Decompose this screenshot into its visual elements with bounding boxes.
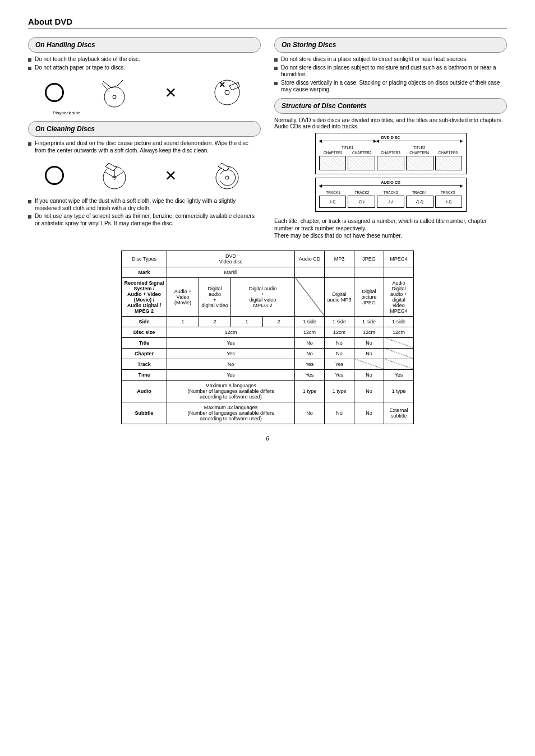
table-cell: 1 type (325, 380, 354, 402)
box-heading-handling: On Handling Discs (28, 37, 261, 53)
table-cell: Yes (384, 369, 414, 380)
track-label: TRACK5 (433, 191, 462, 194)
table-cell: Digital audio MP3 (325, 277, 354, 316)
table-cell: 12cm (325, 327, 354, 337)
table-cell: No (325, 348, 354, 359)
wipe-radial-icon (98, 159, 131, 192)
table-cell (384, 267, 414, 277)
svg-point-3 (225, 90, 229, 95)
track-label: TRACK1 (319, 191, 348, 194)
table-cell: No (325, 337, 354, 348)
table-cell: Digital audio + digital video MPEG 2 (231, 277, 295, 316)
title-label: TITLE1 (319, 146, 376, 150)
bullet-text: Store discs vertically in a case. Stacki… (281, 80, 507, 94)
bullet-square (28, 215, 31, 219)
table-cell: Yes (325, 369, 354, 380)
disc-types-table: Disc Types DVD Video disc Audio CD MP3 J… (121, 251, 414, 424)
wipe-circular-icon (210, 159, 244, 192)
table-header: JPEG (354, 251, 384, 267)
svg-point-8 (225, 176, 229, 179)
table-cell: 1 side (384, 316, 414, 327)
table-cell-slash (384, 348, 414, 359)
bullet-square (274, 58, 278, 62)
bullet-text: Fingerprints and dust on the disc cause … (35, 140, 261, 154)
bullet-square (274, 67, 278, 70)
bullet-text: Do not store discs in places subject to … (281, 64, 507, 78)
table-cell: 1 type (384, 380, 414, 402)
bullet-text: Do not store discs in a place subject to… (281, 56, 468, 63)
chapter-label: CHAPTER3 (376, 151, 405, 155)
table-cell: 1 (167, 316, 199, 327)
row-header: Recorded Signal System / Audio + Video (… (122, 277, 167, 316)
page-number: 6 (28, 435, 507, 442)
table-cell: MarkⅡ (167, 267, 295, 277)
table-cell: Maximum 8 languages (Number of languages… (167, 380, 295, 402)
table-cell: External subtitle (384, 402, 414, 424)
box-heading-structure: Structure of Disc Contents (274, 98, 507, 114)
table-cell: No (354, 380, 384, 402)
ok-mark-icon (45, 83, 64, 102)
track-label: TRACK3 (376, 191, 405, 194)
table-cell: Digital audio + digital video (199, 277, 231, 316)
table-header: DVD Video disc (167, 251, 295, 267)
bullet-square (274, 82, 278, 85)
table-header: MP3 (325, 251, 354, 267)
table-cell: No (354, 369, 384, 380)
row-header: Chapter (122, 348, 167, 359)
diagram-label: AUDIO CD (319, 180, 463, 184)
structure-caption: Each title, chapter, or track is assigne… (274, 217, 507, 239)
track-label: TRACK2 (348, 191, 376, 194)
row-header: Subtitle (122, 402, 167, 424)
table-cell: No (354, 348, 384, 359)
table-cell: Digital picture JPEG (354, 277, 384, 316)
table-cell: 12cm (295, 327, 325, 337)
table-cell: 12cm (354, 327, 384, 337)
bullet-square (28, 67, 31, 70)
table-cell: 1 (231, 316, 263, 327)
table-cell-slash (354, 359, 384, 369)
table-header: MPEG4 (384, 251, 414, 267)
ok-mark-icon (45, 166, 64, 185)
row-header: Disc size (122, 327, 167, 337)
chapter-label: CHAPTER4 (405, 151, 433, 155)
track-label: TRACK4 (405, 191, 433, 194)
table-cell: No (325, 402, 354, 424)
dvd-structure-diagram: DVD DISC TITLE1TITLE2 CHAPTER1 CHAPTER2 … (315, 133, 467, 174)
structure-intro: Normally, DVD video discs are divided in… (274, 117, 507, 129)
chapter-label: CHAPTER1 (319, 151, 348, 155)
row-header: Side (122, 316, 167, 327)
title-label: TITLE2 (376, 146, 463, 150)
table-cell-slash (295, 277, 325, 316)
bullet-text: Do not use any type of solvent such as t… (35, 213, 261, 227)
bullet-square (28, 58, 31, 62)
table-cell: 12cm (167, 327, 295, 337)
table-cell: Audio Digital audio + digital video MPEG… (384, 277, 414, 316)
table-cell-slash (384, 359, 414, 369)
table-cell (354, 267, 384, 277)
table-cell-slash (384, 337, 414, 348)
table-cell (295, 267, 325, 277)
chapter-label: CHAPTER5 (433, 151, 462, 155)
table-cell: Yes (295, 359, 325, 369)
diagram-label: DVD DISC (319, 136, 463, 140)
box-heading-storing: On Storing Discs (274, 37, 507, 53)
table-cell: Yes (167, 337, 295, 348)
playback-side-label: Playback side (53, 110, 261, 115)
row-header: Mark (122, 267, 167, 277)
table-cell: Yes (167, 348, 295, 359)
cd-structure-diagram: AUDIO CD TRACK1 TRACK2 TRACK3 TRACK4 TRA… (315, 178, 467, 212)
table-cell: Audio + Video (Movie) (167, 277, 199, 316)
horizontal-rule (28, 29, 507, 29)
section-title: About DVD (28, 17, 507, 26)
disc-tape-icon: × (210, 76, 244, 109)
table-header: Disc Types (122, 251, 167, 267)
table-cell: 1 side (295, 316, 325, 327)
table-cell: 1 side (325, 316, 354, 327)
table-cell: No (354, 402, 384, 424)
svg-point-2 (215, 80, 239, 105)
svg-point-1 (113, 95, 116, 99)
ng-mark-icon: × (165, 164, 177, 187)
table-cell: 12cm (384, 327, 414, 337)
ng-mark-icon: × (165, 81, 177, 104)
table-cell: 2 (199, 316, 231, 327)
